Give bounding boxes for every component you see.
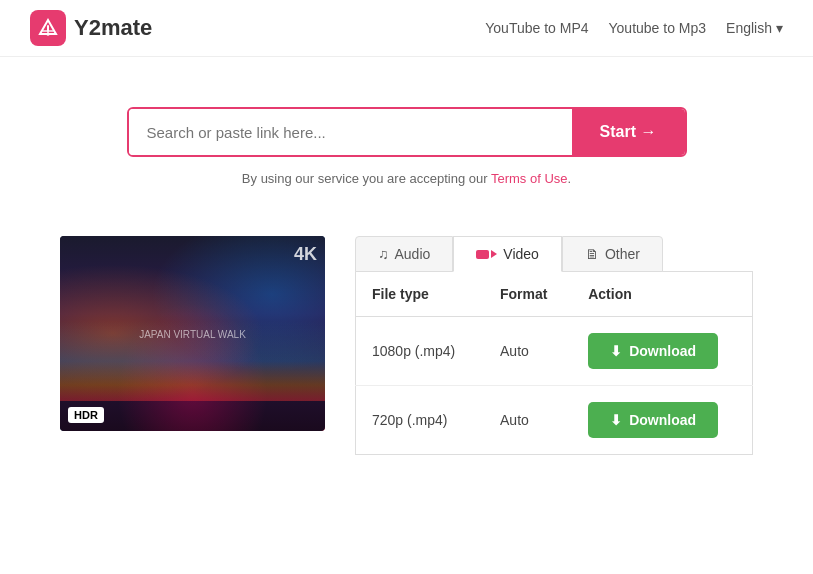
terms-suffix: . <box>568 171 572 186</box>
download-button-label: Download <box>629 412 696 428</box>
chevron-down-icon: ▾ <box>776 20 783 36</box>
header: Y2mate YouTube to MP4 Youtube to Mp3 Eng… <box>0 0 813 57</box>
download-button-1[interactable]: ⬇Download <box>588 402 718 438</box>
hdr-badge: HDR <box>68 407 104 423</box>
nav-links: YouTube to MP4 Youtube to Mp3 English ▾ <box>485 20 783 36</box>
logo-icon <box>30 10 66 46</box>
cell-filetype: 720p (.mp4) <box>356 386 485 455</box>
tab-audio[interactable]: ♫ Audio <box>355 236 453 272</box>
cell-format: Auto <box>484 386 572 455</box>
nav-youtube-mp3[interactable]: Youtube to Mp3 <box>609 20 707 36</box>
thumbnail-inner: JAPAN VIRTUAL WALK HDR 4K <box>60 236 325 431</box>
terms-text: By using our service you are accepting o… <box>242 171 571 186</box>
cell-action: ⬇Download <box>572 317 752 386</box>
tab-other-label: Other <box>605 246 640 262</box>
tab-video-label: Video <box>503 246 539 262</box>
table-body: 1080p (.mp4)Auto⬇Download720p (.mp4)Auto… <box>356 317 753 455</box>
terms-prefix: By using our service you are accepting o… <box>242 171 491 186</box>
logo-text: Y2mate <box>74 15 152 41</box>
search-input[interactable] <box>129 109 572 155</box>
start-button[interactable]: Start → <box>572 109 685 155</box>
search-section: Start → By using our service you are acc… <box>0 57 813 216</box>
tab-audio-label: Audio <box>395 246 431 262</box>
col-header-action: Action <box>572 272 752 317</box>
col-header-format: Format <box>484 272 572 317</box>
download-icon: ⬇ <box>610 343 622 359</box>
file-icon: 🗎 <box>585 246 599 262</box>
video-icon <box>476 250 497 259</box>
tab-video[interactable]: Video <box>453 236 562 272</box>
table-row: 1080p (.mp4)Auto⬇Download <box>356 317 753 386</box>
download-panel: ♫ Audio Video 🗎 Other File type Format <box>355 236 753 455</box>
walk-text: JAPAN VIRTUAL WALK <box>139 328 246 339</box>
download-button-label: Download <box>629 343 696 359</box>
download-icon: ⬇ <box>610 412 622 428</box>
table-row: 720p (.mp4)Auto⬇Download <box>356 386 753 455</box>
language-label: English <box>726 20 772 36</box>
cell-format: Auto <box>484 317 572 386</box>
search-box: Start → <box>127 107 687 157</box>
terms-link[interactable]: Terms of Use <box>491 171 568 186</box>
cell-action: ⬇Download <box>572 386 752 455</box>
music-icon: ♫ <box>378 246 389 262</box>
table-header-row: File type Format Action <box>356 272 753 317</box>
svg-rect-0 <box>42 30 54 32</box>
cell-filetype: 1080p (.mp4) <box>356 317 485 386</box>
video-thumbnail: JAPAN VIRTUAL WALK HDR 4K <box>60 236 325 431</box>
logo-area: Y2mate <box>30 10 152 46</box>
download-button-0[interactable]: ⬇Download <box>588 333 718 369</box>
nav-youtube-mp4[interactable]: YouTube to MP4 <box>485 20 588 36</box>
download-table: File type Format Action 1080p (.mp4)Auto… <box>355 271 753 455</box>
tabs: ♫ Audio Video 🗎 Other <box>355 236 753 272</box>
main-content: JAPAN VIRTUAL WALK HDR 4K ♫ Audio Video … <box>0 216 813 495</box>
fourk-badge: 4K <box>294 244 317 265</box>
tab-other[interactable]: 🗎 Other <box>562 236 663 272</box>
language-selector[interactable]: English ▾ <box>726 20 783 36</box>
col-header-filetype: File type <box>356 272 485 317</box>
